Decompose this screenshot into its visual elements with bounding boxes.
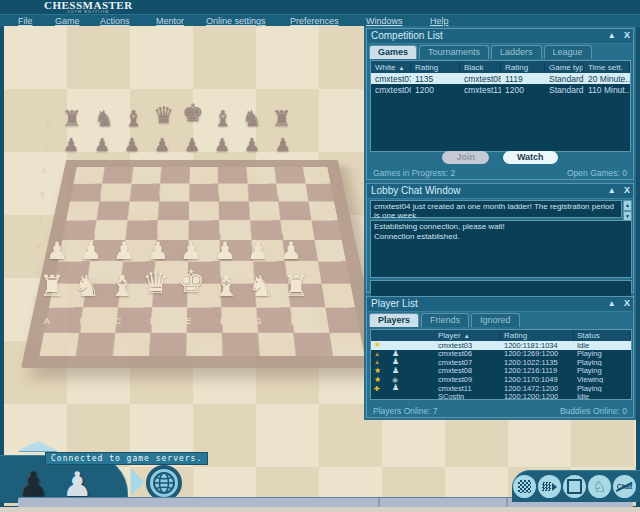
chessboard-icon xyxy=(518,480,531,493)
board-play-button[interactable] xyxy=(538,475,561,498)
tab-ignored[interactable]: Ignored xyxy=(471,313,520,327)
menu-mentor[interactable]: Mentor xyxy=(156,16,184,26)
close-icon[interactable]: X xyxy=(624,298,630,308)
col-white[interactable]: White▲ xyxy=(371,63,411,72)
white-rook-a1: ♜ xyxy=(39,272,65,301)
game-row[interactable]: cmxtest06 1200 cmxtest11 1200 Standard -… xyxy=(371,84,630,95)
rank-badge-icon: ▲ xyxy=(371,359,389,365)
chat-message: Connection established. xyxy=(374,232,628,242)
lobby-chat-header: Lobby Chat Window ▲ X xyxy=(367,184,633,199)
file-label-e: E xyxy=(185,316,191,326)
competition-list-header: Competition List ▲ X xyxy=(367,29,633,44)
player-list-title: Player List xyxy=(371,298,418,309)
black-pawn-f7: ♟ xyxy=(214,136,230,154)
scrollbar-divider xyxy=(506,498,508,507)
rank-label-5: 5 xyxy=(40,190,44,199)
rank-badge-icon: ★ xyxy=(371,367,389,375)
white-king-e1: ♚ xyxy=(177,266,205,297)
player-row[interactable]: SCostin 1200:1200:1200 Idle xyxy=(371,393,631,400)
collapse-icon[interactable]: ▲ xyxy=(608,299,616,308)
close-icon[interactable]: X xyxy=(624,185,630,195)
black-queen-d8: ♛ xyxy=(154,104,175,127)
rank-label-4: 4 xyxy=(38,215,42,224)
player-row[interactable]: ★ cmxtest03 1200:1181:1034 Idle xyxy=(371,341,631,350)
tab-friends[interactable]: Friends xyxy=(421,313,469,327)
knight-view-button[interactable]: ♘ xyxy=(588,475,611,498)
window-view-button[interactable] xyxy=(563,475,586,498)
window-controls: ▲ X xyxy=(602,185,630,195)
globe-icon[interactable] xyxy=(146,465,182,501)
rank-badge-icon: ▲ xyxy=(371,351,389,357)
player-name: cmxtest07 xyxy=(435,359,501,367)
white-rook-h1: ♜ xyxy=(283,272,309,301)
chat-announcement: cmxtest04 just created an one month ladd… xyxy=(370,200,622,218)
tab-league[interactable]: League xyxy=(544,45,592,59)
col-rating-black[interactable]: Rating xyxy=(501,63,545,72)
col-black[interactable]: Black xyxy=(460,63,501,72)
game-row[interactable]: cmxtest07 1135 cmxtest08 1119 Standard -… xyxy=(371,73,630,84)
file-label-b: B xyxy=(80,316,87,326)
player-name: cmxtest06 xyxy=(435,350,501,358)
menu-game[interactable]: Game xyxy=(55,16,80,26)
player-row[interactable]: ★ ♟ cmxtest08 1200:1216:1119 Playing xyxy=(371,367,631,376)
menu-windows[interactable]: Windows xyxy=(366,16,403,26)
competition-tabs: Games Tournaments Ladders League xyxy=(369,45,592,59)
tab-ladders[interactable]: Ladders xyxy=(491,45,542,59)
menu-file[interactable]: File xyxy=(18,16,33,26)
chat-input-box xyxy=(370,280,632,292)
col-status[interactable]: Status xyxy=(574,331,631,340)
chat-disabled-icon: Chat xyxy=(617,483,633,490)
watch-button[interactable]: Watch xyxy=(503,151,558,164)
panel-expand-arrow-icon[interactable] xyxy=(18,441,58,451)
file-label-f: F xyxy=(220,316,226,326)
file-label-d: D xyxy=(150,316,157,326)
collapse-icon[interactable]: ▲ xyxy=(608,186,616,195)
col-time-settings[interactable]: Time sett. xyxy=(584,63,630,72)
menu-actions[interactable]: Actions xyxy=(100,16,130,26)
sort-icon: ▲ xyxy=(464,333,470,339)
white-pawn-b2: ♟ xyxy=(80,239,102,263)
close-icon[interactable]: X xyxy=(624,30,630,40)
lobby-chat-title: Lobby Chat Window xyxy=(371,185,461,196)
knight-icon: ♘ xyxy=(593,479,606,494)
window-controls: ▲ X xyxy=(602,298,630,308)
game-type: Standard -... xyxy=(545,74,584,84)
games-table-header: White▲ Rating Black Rating Game typ Time… xyxy=(371,61,630,73)
game-time: 20 Minute... xyxy=(584,74,630,84)
col-rating-white[interactable]: Rating xyxy=(411,63,460,72)
player-list-header: Player List ▲ X xyxy=(367,297,633,312)
player-status: Playing xyxy=(574,359,631,367)
player-row[interactable]: ▲ ♟ cmxtest07 1200:1022:1135 Playing xyxy=(371,358,631,367)
rank-badge-icon: ✚ xyxy=(371,385,389,392)
window-bottom-edge xyxy=(0,507,640,512)
tab-tournaments[interactable]: Tournaments xyxy=(419,45,489,59)
col-player[interactable]: Player▲ xyxy=(435,331,501,340)
player-row[interactable]: ▲ ♟ cmxtest06 1200:1269:1200 Playing xyxy=(371,350,631,359)
tab-players[interactable]: Players xyxy=(369,313,419,327)
scrollbar-divider xyxy=(378,498,380,507)
player-row[interactable]: ★ ◉ cmxtest09 1200:1170:1049 Viewing xyxy=(371,375,631,384)
play-arrow-icon[interactable] xyxy=(131,469,145,495)
player-list-window: Player List ▲ X Players Friends Ignored … xyxy=(366,296,634,418)
chessboard-view-button[interactable] xyxy=(513,475,536,498)
tab-games[interactable]: Games xyxy=(369,45,417,59)
white-knight-g1: ♞ xyxy=(248,272,274,301)
join-button[interactable]: Join xyxy=(442,151,489,164)
menu-online-settings[interactable]: Online settings xyxy=(206,16,266,26)
col-rating[interactable]: Rating xyxy=(501,331,574,340)
chat-toggle-button[interactable]: Chat xyxy=(613,475,636,498)
rank-badge-icon: ★ xyxy=(371,341,389,349)
white-pawn-d2: ♟ xyxy=(147,239,169,263)
collapse-icon[interactable]: ▲ xyxy=(608,31,616,40)
col-game-type[interactable]: Game typ xyxy=(545,63,584,72)
black-pawn-d7: ♟ xyxy=(154,136,170,154)
competition-footer: Games in Progress: 2 Open Games: 0 xyxy=(367,168,633,178)
scroll-up-icon[interactable]: ▲ xyxy=(623,200,632,211)
board-icon xyxy=(542,482,551,491)
menu-help[interactable]: Help xyxy=(430,16,449,26)
black-pawn-icon: ♟ xyxy=(18,467,48,501)
player-status: Playing xyxy=(574,367,631,375)
menu-preferences[interactable]: Preferences xyxy=(290,16,339,26)
player-row[interactable]: ✚ ♟ cmxtest11 1200:1472:1200 Playing xyxy=(371,384,631,393)
black-pawn-c7: ♟ xyxy=(124,136,140,154)
